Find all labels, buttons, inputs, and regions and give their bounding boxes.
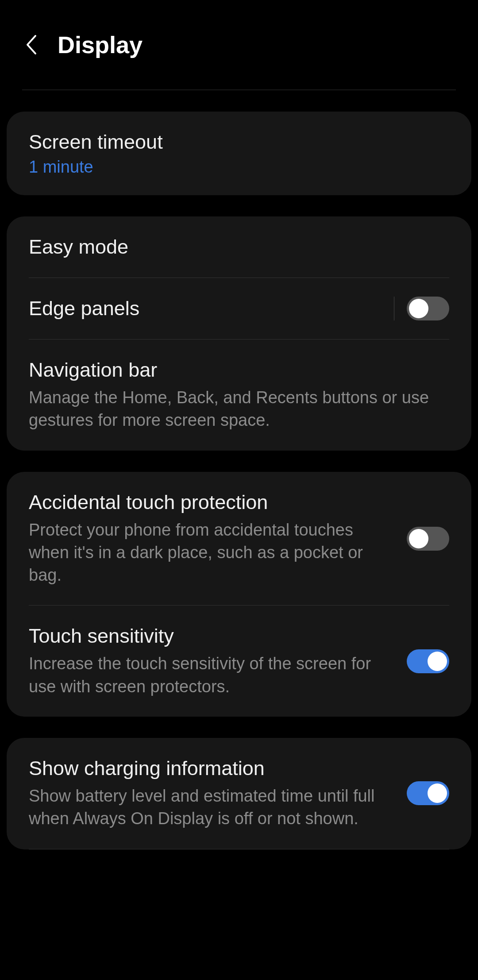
page-title: Display: [58, 31, 143, 58]
edge-panels-label: Edge panels: [29, 297, 381, 320]
screen-timeout-label: Screen timeout: [29, 130, 449, 154]
toggle-knob: [409, 529, 428, 548]
toggle-knob: [428, 652, 447, 671]
charging-info-item[interactable]: Show charging information Show battery l…: [7, 738, 471, 849]
charging-info-toggle[interactable]: [407, 781, 449, 805]
navigation-bar-description: Manage the Home, Back, and Recents butto…: [29, 386, 449, 432]
back-button[interactable]: [22, 36, 40, 54]
accidental-touch-item[interactable]: Accidental touch protection Protect your…: [7, 472, 471, 606]
settings-group-mode: Easy mode Edge panels Navigation bar Man…: [7, 216, 471, 451]
touch-sensitivity-item[interactable]: Touch sensitivity Increase the touch sen…: [7, 606, 471, 717]
chevron-left-icon: [25, 34, 37, 55]
screen-timeout-item[interactable]: Screen timeout 1 minute: [7, 112, 471, 195]
vertical-divider: [394, 297, 394, 320]
toggle-knob: [428, 783, 447, 803]
screen-timeout-value: 1 minute: [29, 158, 449, 177]
touch-sensitivity-label: Touch sensitivity: [29, 624, 393, 648]
easy-mode-label: Easy mode: [29, 235, 449, 259]
edge-panels-toggle-container: [394, 297, 449, 320]
edge-panels-toggle[interactable]: [407, 297, 449, 320]
touch-sensitivity-description: Increase the touch sensitivity of the sc…: [29, 652, 393, 698]
settings-group-touch: Accidental touch protection Protect your…: [7, 472, 471, 717]
navigation-bar-label: Navigation bar: [29, 358, 449, 382]
charging-info-label: Show charging information: [29, 756, 393, 780]
charging-info-description: Show battery level and estimated time un…: [29, 785, 393, 830]
accidental-touch-toggle[interactable]: [407, 527, 449, 551]
touch-sensitivity-toggle[interactable]: [407, 649, 449, 673]
accidental-touch-label: Accidental touch protection: [29, 490, 393, 514]
easy-mode-item[interactable]: Easy mode: [7, 216, 471, 278]
navigation-bar-item[interactable]: Navigation bar Manage the Home, Back, an…: [7, 340, 471, 451]
header: Display: [0, 0, 478, 76]
settings-group-timeout: Screen timeout 1 minute: [7, 112, 471, 195]
top-divider: [22, 89, 456, 90]
settings-group-charging: Show charging information Show battery l…: [7, 738, 471, 849]
divider: [29, 849, 449, 849]
toggle-knob: [409, 299, 428, 318]
edge-panels-item[interactable]: Edge panels: [7, 278, 471, 339]
accidental-touch-description: Protect your phone from accidental touch…: [29, 519, 393, 587]
